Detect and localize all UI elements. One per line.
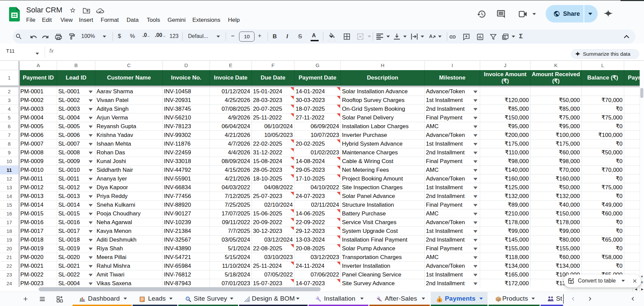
svg-text:$: $ — [439, 299, 440, 302]
svg-text:A: A — [429, 34, 432, 39]
